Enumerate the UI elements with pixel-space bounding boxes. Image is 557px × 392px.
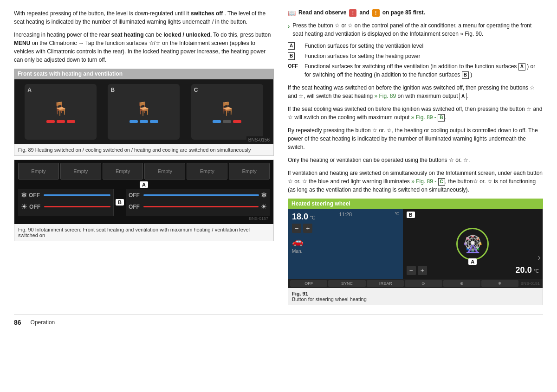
- off-heat-left: OFF: [29, 204, 42, 210]
- section2-header: Heated steering wheel: [288, 199, 543, 209]
- slider-heat-right[interactable]: [143, 206, 259, 207]
- vent-icon-right: ❄: [261, 191, 267, 199]
- fig91-num: Fig. 91: [292, 291, 367, 296]
- bullet-1-text: Press the button ☆ or ☆ on the control p…: [292, 21, 543, 38]
- info-main: ❄ OFF ☀ OFF B: [18, 189, 270, 216]
- climate-btn-sync[interactable]: SYNC: [328, 280, 365, 287]
- empty-btn-5[interactable]: Empty: [187, 163, 227, 180]
- link-fig89-2: » Fig. 89 - B: [411, 114, 445, 121]
- plus-right-btn[interactable]: +: [418, 266, 427, 275]
- temp-unit-right-top: ℃: [395, 212, 399, 216]
- figure-89-box: A 🪑 B 🪑: [14, 79, 274, 156]
- seat-btn-a: A 🪑: [25, 84, 97, 140]
- b-badge: B: [116, 199, 124, 206]
- para-heat2: If the seat cooling was switched on befo…: [288, 105, 543, 122]
- indicators-b: [130, 120, 158, 123]
- car-icon: 🚗: [292, 236, 304, 247]
- temp-unit-left: ℃: [310, 215, 315, 220]
- info-row-heat-left: ☀ OFF: [21, 202, 110, 211]
- read-observe-bar: 📖 Read and observe ! and ! on page 85 fi…: [288, 9, 543, 17]
- indicators-a: [46, 120, 75, 123]
- off-vent-left: OFF: [29, 192, 42, 199]
- steering-wheel-emoji: 🎡: [462, 234, 483, 254]
- minus-left-btn[interactable]: −: [292, 224, 301, 233]
- seat-icon-c: 🪑: [219, 101, 235, 116]
- info-row-vent-right: OFF ❄: [129, 191, 267, 199]
- figure-91-box: 18.0 ℃ 11:28 ℃ − + 🚗: [288, 209, 543, 305]
- climate-btn-ac[interactable]: ❄: [481, 280, 518, 287]
- off-vent-right: OFF: [129, 192, 142, 199]
- boxed-b-p2: B: [438, 114, 445, 122]
- slider-vent-left[interactable]: [44, 194, 110, 196]
- func-key-off: OFF: [288, 62, 301, 70]
- temp-left: 18.0: [292, 212, 308, 221]
- fig91-caption-area: Fig. 91 Button for steering wheel heatin…: [288, 288, 543, 305]
- boxed-b-off: B: [462, 71, 469, 79]
- label-a: A: [27, 87, 32, 93]
- empty-btn-3[interactable]: Empty: [103, 163, 143, 180]
- figure-91-screen: 18.0 ℃ 11:28 ℃ − + 🚗: [288, 209, 543, 279]
- temp-right: 20.0: [516, 265, 532, 275]
- climate-right: B 🎡 A 20.0 ℃: [403, 209, 543, 279]
- bullet-1: › Press the button ☆ or ☆ on the control…: [288, 21, 543, 38]
- arrow-bullet-1: ›: [288, 22, 290, 31]
- read-observe-text: Read and observe: [298, 9, 346, 16]
- func-key-a: A: [288, 42, 301, 50]
- dot-c-blue: [213, 120, 221, 123]
- dot-blue-2: [140, 120, 148, 123]
- dot-blue-3: [150, 120, 158, 123]
- func-row-b: B Function surfaces for setting the heat…: [288, 52, 543, 60]
- fig91-desc: Button for steering wheel heating: [292, 296, 367, 302]
- para1: With repeated pressing of the button, th…: [14, 9, 274, 26]
- func-text-off: Functional surfaces for switching off th…: [304, 62, 543, 79]
- empty-btn-6[interactable]: Empty: [229, 163, 270, 180]
- off-heat-right: OFF: [129, 204, 142, 210]
- label-c: C: [194, 87, 198, 93]
- temp-unit-right: ℃: [533, 268, 539, 274]
- boxed-a-off: A: [518, 63, 525, 71]
- para-heat1: If the seat heating was switched on befo…: [288, 84, 543, 100]
- climate-btn-rear[interactable]: ↑REAR: [367, 280, 404, 287]
- func-row-off: OFF Functional surfaces for switching of…: [288, 62, 543, 79]
- page-label: Operation: [31, 319, 55, 326]
- empty-buttons-row: Empty Empty Empty Empty Empty Empty: [18, 163, 270, 180]
- slider-vent-right[interactable]: [143, 194, 259, 196]
- empty-btn-2[interactable]: Empty: [60, 163, 101, 180]
- seat-btn-b: B 🪑: [108, 84, 180, 140]
- climate-left: 18.0 ℃ 11:28 ℃ − + 🚗: [288, 209, 403, 279]
- dot-red-1: [46, 120, 55, 123]
- heat-icon-left: ☀: [21, 202, 27, 211]
- warn-badge-orange: !: [372, 9, 380, 17]
- and-text: and: [359, 9, 369, 16]
- slider-heat-left[interactable]: [44, 206, 110, 207]
- dot-blue-1: [130, 120, 138, 123]
- page-footer: 86 Operation: [14, 315, 543, 326]
- read-observe-end: on page 85 first.: [382, 9, 425, 16]
- fig91-caption-content: Fig. 91 Button for steering wheel heatin…: [292, 291, 367, 302]
- para-heat5: If ventilation and heating are switched …: [288, 169, 543, 194]
- para2: Increasing in heating power of the rear …: [14, 31, 274, 64]
- label-b: B: [110, 87, 115, 93]
- climate-btn-off[interactable]: OFF: [290, 280, 327, 287]
- link-fig89-3: » Fig. 89 - C: [411, 178, 445, 185]
- fig89-caption: Fig. 89 Heating switched on / cooling sw…: [14, 144, 273, 155]
- right-column: 📖 Read and observe ! and ! on page 85 fi…: [288, 9, 543, 305]
- para1-bold: switches off: [191, 10, 223, 17]
- func-text-b: Function surfaces for setting the heatin…: [304, 52, 420, 60]
- fig90-caption: Fig. 90 Infotainment screen: Front seat …: [14, 224, 273, 241]
- climate-btn-wind[interactable]: ⊕: [443, 280, 480, 287]
- seat-btn-c: C 🪑: [191, 84, 263, 140]
- boxed-b: B: [288, 52, 295, 60]
- empty-btn-1[interactable]: Empty: [18, 163, 59, 180]
- next-arrow[interactable]: ›: [538, 252, 541, 263]
- climate-btn-circ[interactable]: ⊙: [405, 280, 442, 287]
- plus-left-btn[interactable]: +: [303, 224, 312, 233]
- link-fig89-1: » Fig. 89: [374, 93, 396, 99]
- para-heat3: By repeatedly pressing the button ☆ or. …: [288, 126, 543, 151]
- section1-header: Front seats with heating and ventilation: [14, 69, 274, 79]
- empty-btn-4[interactable]: Empty: [144, 163, 185, 180]
- dot-c-gray: [223, 120, 231, 123]
- time-display: 11:28: [339, 212, 352, 217]
- minus-right-btn[interactable]: −: [407, 266, 416, 275]
- boxed-a-p1: A: [460, 93, 466, 100]
